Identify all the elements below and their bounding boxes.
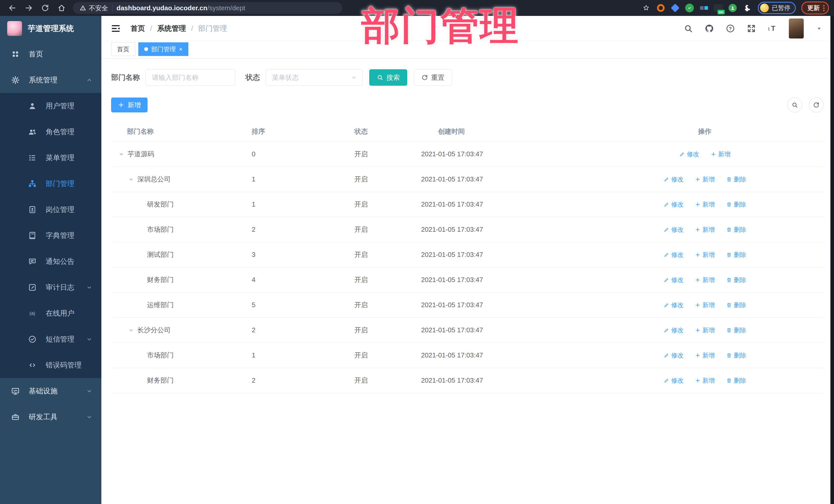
table-row[interactable]: 财务部门 4 开启 2021-01-05 17:03:47 修改新增删除 xyxy=(111,267,824,292)
refresh-table-button[interactable] xyxy=(809,97,824,112)
delete-action[interactable]: 删除 xyxy=(726,376,746,385)
expand-arrow-icon[interactable] xyxy=(118,151,125,157)
sidebar-item-gear[interactable]: 系统管理 xyxy=(0,67,101,93)
created-cell: 2021-01-05 17:03:47 xyxy=(416,301,586,309)
table-row[interactable]: 财务部门 2 开启 2021-01-05 17:03:47 修改新增删除 xyxy=(111,368,824,393)
delete-action[interactable]: 删除 xyxy=(726,301,746,309)
delete-action[interactable]: 删除 xyxy=(726,326,746,334)
puzzle-extension-icon[interactable] xyxy=(742,3,752,13)
back-icon[interactable] xyxy=(5,2,20,14)
breadcrumb-item[interactable]: 系统管理 xyxy=(157,24,186,34)
table-row[interactable]: 深圳总公司 1 开启 2021-01-05 17:03:47 修改新增删除 xyxy=(111,167,824,192)
profile-paused-chip[interactable]: 已暂停 xyxy=(758,2,796,14)
tab[interactable]: 首页 xyxy=(111,42,135,56)
delete-action[interactable]: 删除 xyxy=(726,276,746,284)
edit-action[interactable]: 修改 xyxy=(664,326,684,334)
delete-action[interactable]: 删除 xyxy=(726,351,746,359)
github-icon[interactable] xyxy=(705,24,714,33)
bookmark-star-icon[interactable] xyxy=(642,4,650,12)
table-row[interactable]: 测试部门 3 开启 2021-01-05 17:03:47 修改新增删除 xyxy=(111,242,824,267)
browser-update-button[interactable]: 更新 xyxy=(802,2,829,14)
add-button[interactable]: 新增 xyxy=(111,97,148,112)
add-action[interactable]: 新增 xyxy=(710,150,730,158)
reload-icon[interactable] xyxy=(38,2,52,14)
delete-action[interactable]: 删除 xyxy=(726,175,746,183)
sidebar-item-announcement[interactable]: 通知公告 xyxy=(0,248,101,274)
add-action[interactable]: 新增 xyxy=(695,276,715,284)
address-bar[interactable]: 不安全 dashboard.yudao.iocoder.cn/system/de… xyxy=(73,2,342,14)
edit-action[interactable]: 修改 xyxy=(664,251,684,259)
sidebar-item-audit-log[interactable]: 审计日志 xyxy=(0,274,101,300)
toggle-search-button[interactable] xyxy=(787,97,802,112)
status-select[interactable]: 菜单状态 xyxy=(266,69,363,86)
sidebar-item-book[interactable]: 字典管理 xyxy=(0,222,101,248)
not-secure-label[interactable]: 不安全 xyxy=(80,4,108,12)
add-action[interactable]: 新增 xyxy=(695,225,715,234)
search-icon[interactable] xyxy=(684,24,693,33)
add-action[interactable]: 新增 xyxy=(695,301,715,309)
tab[interactable]: 部门管理 × xyxy=(138,42,188,56)
home-icon[interactable] xyxy=(54,2,69,14)
sidebar-item-sms[interactable]: 短信管理 xyxy=(0,326,101,352)
sidebar-menu: 首页 系统管理 用户管理 角色管理 菜单管理 部门管理 岗位管理 字典管理 通知… xyxy=(0,41,101,430)
sidebar-item-org-tree[interactable]: 部门管理 xyxy=(0,171,101,197)
add-action[interactable]: 新增 xyxy=(695,351,715,359)
close-icon[interactable]: × xyxy=(179,46,182,52)
delete-action[interactable]: 删除 xyxy=(726,251,746,259)
table-row[interactable]: 研发部门 1 开启 2021-01-05 17:03:47 修改新增删除 xyxy=(111,192,824,217)
add-action[interactable]: 新增 xyxy=(695,376,715,385)
forward-icon[interactable] xyxy=(22,2,36,14)
sidebar-item-dashboard[interactable]: 首页 xyxy=(0,41,101,67)
table-row[interactable]: 长沙分公司 2 开启 2021-01-05 17:03:47 修改新增删除 xyxy=(111,318,824,343)
check-extension-icon[interactable] xyxy=(684,3,695,13)
font-size-icon[interactable]: tT xyxy=(768,24,777,33)
reset-button[interactable]: 重置 xyxy=(414,69,452,86)
delete-action[interactable]: 删除 xyxy=(726,200,746,209)
add-action[interactable]: 新增 xyxy=(695,251,715,259)
table-row[interactable]: 运维部门 5 开启 2021-01-05 17:03:47 修改新增删除 xyxy=(111,292,824,318)
gear-extension-icon[interactable] xyxy=(656,3,666,13)
sidebar-item-toolbox[interactable]: 研发工具 xyxy=(0,404,101,430)
url-text: dashboard.yudao.iocoder.cn/system/dept xyxy=(116,4,245,12)
table-row[interactable]: 市场部门 2 开启 2021-01-05 17:03:47 修改新增删除 xyxy=(111,217,824,242)
sidebar-item-users[interactable]: 角色管理 xyxy=(0,119,101,145)
dept-name-input[interactable]: 请输入部门名称 xyxy=(146,69,235,86)
table-row[interactable]: 芋道源码 0 开启 2021-01-05 17:03:47 修改新增 xyxy=(111,141,824,167)
sidebar-item-online-user[interactable]: (a) 在线用户 xyxy=(0,300,101,326)
add-action[interactable]: 新增 xyxy=(695,175,715,183)
window-scrollbar[interactable] xyxy=(830,16,834,504)
edit-action[interactable]: 修改 xyxy=(664,225,684,234)
sidebar-item-menu-list[interactable]: 菜单管理 xyxy=(0,145,101,171)
sidebar-item-code[interactable]: 错误码管理 xyxy=(0,352,101,378)
sidebar-item-badge[interactable]: 岗位管理 xyxy=(0,197,101,222)
edit-action[interactable]: 修改 xyxy=(664,276,684,284)
add-action[interactable]: 新增 xyxy=(695,326,715,334)
caret-down-icon[interactable] xyxy=(815,25,823,32)
cubes-extension-icon[interactable] xyxy=(699,3,709,13)
edit-action[interactable]: 修改 xyxy=(664,200,684,209)
person-extension-icon[interactable] xyxy=(727,3,738,13)
browser-menu-icon[interactable] xyxy=(823,5,825,11)
sidebar-item-user[interactable]: 用户管理 xyxy=(0,93,101,119)
expand-arrow-icon[interactable] xyxy=(128,177,134,182)
search-button[interactable]: 搜索 xyxy=(369,69,407,86)
fullscreen-icon[interactable] xyxy=(747,24,756,33)
table-row[interactable]: 市场部门 1 开启 2021-01-05 17:03:47 修改新增删除 xyxy=(111,343,824,368)
delete-action[interactable]: 删除 xyxy=(726,225,746,234)
gem-extension-icon[interactable] xyxy=(670,3,680,13)
app-logo-row[interactable]: 芋道管理系统 xyxy=(0,16,101,41)
tampermonkey-extension-icon[interactable]: on xyxy=(713,3,723,13)
hamburger-icon[interactable] xyxy=(111,23,121,34)
help-icon[interactable]: ? xyxy=(726,24,735,33)
sidebar-item-monitor[interactable]: 基础设施 xyxy=(0,378,101,404)
edit-action[interactable]: 修改 xyxy=(664,175,684,183)
breadcrumb-item[interactable]: 首页 xyxy=(131,24,145,34)
add-action[interactable]: 新增 xyxy=(695,200,715,209)
edit-action[interactable]: 修改 xyxy=(664,376,684,385)
user-avatar[interactable] xyxy=(789,19,804,39)
edit-action[interactable]: 修改 xyxy=(664,351,684,359)
edit-action[interactable]: 修改 xyxy=(664,301,684,309)
expand-arrow-icon[interactable] xyxy=(128,327,134,333)
trash-icon xyxy=(726,227,732,233)
edit-action[interactable]: 修改 xyxy=(679,150,699,158)
